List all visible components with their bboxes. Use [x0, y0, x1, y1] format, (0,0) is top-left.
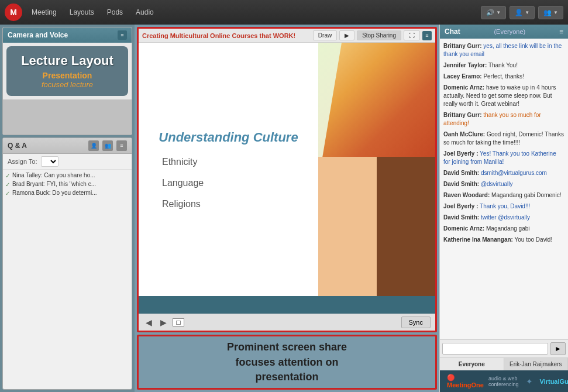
branding-bar: 🔴 MeetingOne audio & web conferencing ✦ …	[440, 370, 568, 392]
meetingone-tagline: audio & web conferencing	[488, 376, 519, 387]
teal-bar	[139, 296, 435, 314]
center-panel: Creating Multicultural Online Courses th…	[135, 25, 439, 392]
share-title: Creating Multicultural Online Courses th…	[142, 32, 311, 39]
slide-heading: Understanding Culture	[150, 130, 307, 145]
chat-input-area: ►	[440, 339, 568, 357]
chat-title: Chat	[445, 27, 460, 36]
chat-message: Oanh McClure: Good night, Domenic! Thank…	[443, 130, 564, 147]
camera-content-area	[3, 99, 132, 135]
qa-pod-header: Q & A 👤 👥 ≡	[3, 138, 132, 154]
slide-right	[318, 43, 435, 296]
slide-item-ethnicity: Ethnicity	[162, 157, 307, 167]
slide-item-language: Language	[162, 178, 307, 188]
share-menu-icon[interactable]: ≡	[422, 31, 432, 40]
callout-line1: Prominent screen share	[227, 340, 347, 355]
slide-view-icon[interactable]: □	[173, 318, 184, 326]
camera-pod-header: Camera and Voice ≡	[3, 27, 132, 43]
qa-menu-icon[interactable]: ≡	[116, 140, 127, 151]
slide-left: Understanding Culture Ethnicity Language…	[139, 43, 318, 296]
lecture-sub2: focused lecture	[13, 80, 121, 89]
left-panel: Camera and Voice ≡ Lecture Layout Presen…	[0, 25, 135, 392]
draw-button[interactable]: Draw	[313, 30, 337, 40]
camera-icon: 👤	[515, 9, 523, 16]
qa-assign-select[interactable]	[41, 156, 58, 167]
lecture-title: Lecture Layout	[13, 53, 121, 68]
callout-line3: presentation	[227, 370, 347, 384]
chat-message: Domenic Arnz: Magandang gabi	[443, 225, 564, 233]
screen-share-pod: Creating Multicultural Online Courses th…	[137, 27, 437, 332]
chat-messages[interactable]: Brittany Gurr: yes, all these link will …	[440, 39, 568, 339]
camera-voice-pod: Camera and Voice ≡ Lecture Layout Presen…	[2, 27, 132, 135]
menu-meeting[interactable]: Meeting	[26, 6, 63, 19]
chat-message: Joel Byerly : Thank you, David!!!	[443, 202, 564, 211]
share-bottom-toolbar: ◀ ▶ □ Sync	[139, 314, 435, 331]
chat-message: David Smith: @dsvirtually	[443, 180, 564, 188]
menu-pods[interactable]: Pods	[101, 6, 129, 19]
bottom-callout: Prominent screen share focuses attention…	[137, 335, 437, 390]
chat-message: Brittany Gurr: thank you so much for att…	[443, 111, 564, 128]
presentation-content: Understanding Culture Ethnicity Language…	[139, 43, 435, 296]
chat-scope: (Everyone)	[494, 28, 525, 35]
chat-message: Katherine Ina Manangan: You too David!	[443, 236, 564, 244]
fullscreen-button[interactable]: ⛶	[404, 30, 420, 40]
chat-message: Domenic Arnz: have to wake up in 4 hours…	[443, 84, 564, 108]
chat-message: Raven Woodard: Magandang gabi Domenic!	[443, 191, 564, 200]
qa-item-text: Brad Bryant: FYI, this "which c...	[12, 181, 96, 187]
camera-pod-menu-icon[interactable]: ≡	[118, 30, 127, 40]
chat-tabs: Everyone Erik-Jan Raijmakers	[440, 357, 568, 370]
chat-message: Joel Byerly : Yes! Thank you too Katheri…	[443, 150, 564, 166]
menu-bar: M Meeting Layouts Pods Audio 🔊 ▼ 👤 ▼ 👥 ▼	[0, 0, 568, 25]
sync-button[interactable]: Sync	[401, 317, 431, 328]
chat-message: Lacey Eramo: Perfect, thanks!	[443, 73, 564, 81]
qa-item-text: Nina Talley: Can you share ho...	[12, 172, 95, 178]
qa-assign-label: Assign To:	[8, 158, 37, 165]
audio-icon: 🔊	[486, 9, 494, 16]
pointer-button[interactable]: ▶	[339, 30, 354, 40]
qa-items-list: ✓ Nina Talley: Can you share ho... ✓ Bra…	[3, 170, 132, 199]
qa-item-text: Ramona Buck: Do you determi...	[12, 190, 97, 196]
stop-sharing-button[interactable]: Stop Sharing	[357, 30, 401, 40]
qa-pod: Q & A 👤 👥 ≡ Assign To: ✓ Nina Talley: Ca…	[2, 137, 132, 390]
chat-header: Chat (Everyone) ≡	[440, 25, 568, 39]
camera-pod-title: Camera and Voice	[8, 31, 68, 39]
next-slide-button[interactable]: ▶	[158, 317, 169, 328]
chat-message: David Smith: dsmith@virtualgurus.com	[443, 169, 564, 177]
qa-pod-title: Q & A	[8, 142, 85, 150]
face-image	[318, 157, 435, 296]
list-item[interactable]: ✓ Nina Talley: Can you share ho...	[5, 172, 129, 179]
list-item[interactable]: ✓ Brad Bryant: FYI, this "which c...	[5, 181, 129, 188]
face-split	[318, 157, 435, 296]
lecture-layout-overlay: Lecture Layout Presentation focused lect…	[6, 46, 128, 96]
list-item[interactable]: ✓ Ramona Buck: Do you determi...	[5, 190, 129, 197]
chat-panel: Chat (Everyone) ≡ Brittany Gurr: yes, al…	[439, 25, 568, 392]
menu-layouts[interactable]: Layouts	[64, 6, 100, 19]
callout-text: Prominent screen share focuses attention…	[227, 340, 347, 384]
share-toolbar: Creating Multicultural Online Courses th…	[139, 29, 435, 43]
lecture-subtitle: Presentation	[13, 71, 121, 80]
prev-slide-button[interactable]: ◀	[143, 317, 154, 328]
share-icon: 👥	[543, 9, 552, 16]
chat-message: Brittany Gurr: yes, all these link will …	[443, 42, 564, 59]
meetingone-logo: 🔴 MeetingOne	[447, 374, 484, 388]
share-toolbar-btn[interactable]: 👥 ▼	[538, 6, 563, 19]
qa-person2-icon: 👥	[102, 140, 113, 151]
menu-audio[interactable]: Audio	[130, 6, 160, 19]
check-icon: ✓	[5, 181, 10, 188]
chat-message: Jennifer Taylor: Thank You!	[443, 61, 564, 70]
app-logo[interactable]: M	[5, 4, 22, 21]
chat-send-button[interactable]: ►	[550, 342, 566, 355]
slide-item-religions: Religions	[162, 199, 307, 209]
qa-assign-row: Assign To:	[3, 154, 132, 170]
check-icon: ✓	[5, 190, 10, 197]
chat-menu-icon[interactable]: ≡	[559, 27, 563, 36]
audio-toolbar-btn[interactable]: 🔊 ▼	[481, 6, 506, 19]
chat-message: David Smith: twitter @dsvirtually	[443, 214, 564, 222]
virtualgurus-logo: VirtualGurus	[540, 378, 569, 385]
tab-everyone[interactable]: Everyone	[440, 358, 504, 370]
chat-input[interactable]	[442, 343, 548, 355]
callout-line2: focuses attention on	[227, 355, 347, 370]
camera-toolbar-btn[interactable]: 👤 ▼	[510, 6, 535, 19]
main-layout: Camera and Voice ≡ Lecture Layout Presen…	[0, 25, 568, 392]
menu-items: Meeting Layouts Pods Audio	[26, 6, 250, 19]
tab-erik-jan[interactable]: Erik-Jan Raijmakers	[504, 358, 569, 370]
